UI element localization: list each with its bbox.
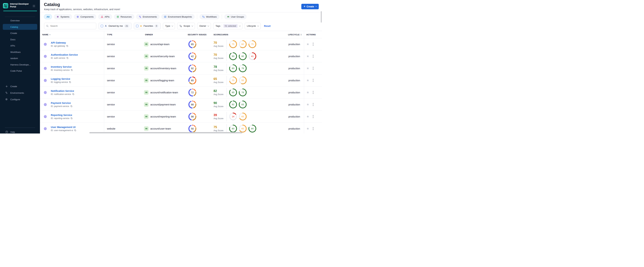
kebab-menu-icon[interactable] [312,102,314,106]
kebab-menu-icon[interactable] [312,66,314,70]
scorecard-ring: 55 [239,76,247,84]
owner-filter-dropdown[interactable]: Owner [197,23,211,29]
kebab-menu-icon[interactable] [312,126,314,130]
favorite-star-icon[interactable]: ★ [306,127,309,130]
name-cell: Inventory Service ID: inventory-service [40,62,104,74]
search-input[interactable] [44,23,96,29]
page-title: Catalog [44,2,60,7]
column-header-lifecycle[interactable]: LIFECYCLE ▲▼ [286,31,304,38]
entity-name-link[interactable]: Payment Service [51,102,72,104]
tab-systems[interactable]: Systems [54,14,72,19]
vertical-scrollbar[interactable] [321,11,322,22]
copy-icon[interactable] [72,93,74,95]
sidebar-item-configure[interactable]: Configure [0,96,40,103]
tab-resources[interactable]: Resources [114,14,134,19]
lifecycle-cell: production [286,110,304,122]
sidebar-item-code-pulse[interactable]: Code Pulse [3,68,37,74]
copy-icon[interactable] [70,69,73,71]
owner-name[interactable]: account/notification-team [150,91,178,94]
tab-components[interactable]: Components [74,14,96,19]
entity-name-link[interactable]: Authentication Service [51,54,78,56]
owner-name[interactable]: account/reporting-team [150,115,176,118]
owner-name[interactable]: account/inventory-team [150,67,176,70]
kebab-menu-icon[interactable] [312,114,314,118]
entity-name-link[interactable]: Notification Service [51,90,74,92]
entity-name-link[interactable]: Reporting Service [51,114,73,116]
copy-icon[interactable] [66,57,68,59]
tab-workflows[interactable]: Workflows [200,14,219,19]
kebab-menu-icon[interactable] [312,78,314,82]
sidebar-item-random[interactable]: random [3,56,37,61]
owner-name[interactable]: account/user-team [150,127,171,130]
sidebar-item-environments[interactable]: Environments [0,90,40,96]
sidebar-item-help[interactable]: Help [5,130,15,134]
chevron-down-icon [172,25,173,26]
entity-name-link[interactable]: API Gateway [51,41,68,44]
lifecycle-filter-dropdown[interactable]: Lifecycle [245,23,261,29]
copy-icon[interactable] [70,105,72,107]
lifecycle-cell: production [286,123,304,134]
copy-icon[interactable] [74,129,76,132]
lifecycle-cell: production [286,50,304,62]
favorite-star-icon[interactable]: ★ [306,79,309,82]
column-header-name[interactable]: NAME ▲ [40,31,104,38]
entity-kind-tabs: AllSystemsComponentsAPIsResourcesEnviron… [40,12,322,21]
sidebar-item-workflows[interactable]: Workflows [3,49,37,55]
favorite-star-icon[interactable]: ★ [306,115,309,118]
sidebar-item-apis[interactable]: APIs [3,43,37,49]
favorite-star-icon[interactable]: ★ [306,54,309,58]
avg-score: 78Avg Score [214,65,226,72]
security-cell: 65 [187,38,212,50]
entity-name-link[interactable]: Inventory Service [51,66,73,68]
type-cell: service [104,98,140,110]
app-switcher-icon[interactable] [32,5,35,8]
horizontal-scrollbar[interactable] [89,132,242,133]
scope-filter-dropdown[interactable]: Scope [177,23,195,29]
copy-icon[interactable] [69,81,71,83]
kebab-menu-icon[interactable] [312,54,314,58]
tab-apis[interactable]: APIs [98,14,112,19]
scorecard-ring: 41 [248,52,256,60]
tab-environment-blueprints[interactable]: Environment Blueprints [161,14,194,19]
sidebar-item-overview[interactable]: Overview [3,18,37,24]
favorite-star-icon[interactable]: ★ [306,91,309,94]
team-icon [144,78,148,83]
sidebar-item-catalog[interactable]: Catalog [3,24,37,30]
kebab-menu-icon[interactable] [312,90,314,94]
owner-name[interactable]: account/api-team [150,43,170,46]
owner-name[interactable]: account/logging-team [150,79,174,82]
tab-user-groups[interactable]: User Groups [224,14,247,19]
copy-icon[interactable] [70,117,73,119]
entity-id: ID: user-management-ui [51,129,76,132]
component-gear-icon [44,115,47,118]
kebab-menu-icon[interactable] [312,42,314,46]
entity-name-link[interactable]: User Management UI [51,126,76,128]
favorite-star-icon[interactable]: ★ [306,103,309,106]
copy-icon[interactable] [66,45,68,47]
type-filter-dropdown[interactable]: Type [163,23,175,29]
sidebar-item-docs[interactable]: Docs [3,36,37,42]
owned-by-me-checkbox[interactable] [101,25,103,27]
favorite-star-icon[interactable]: ★ [306,67,309,70]
favorite-star-icon[interactable]: ★ [306,42,309,46]
scorecard-ring: 80 [229,64,237,72]
create-button[interactable]: + Create [301,4,319,9]
scorecard-rings: 806580 [229,124,256,133]
tab-all[interactable]: All [44,14,52,19]
sidebar-item-create[interactable]: Create [3,30,37,36]
tags-filter-dropdown[interactable]: Tags 01 selected [213,23,242,29]
scorecards-cell: 70Avg Score 908041 [212,50,286,62]
scorecard-ring: 65 [239,112,247,120]
reset-filters-button[interactable]: Reset [264,25,270,28]
tab-environments[interactable]: Environments [136,14,160,19]
owner-name[interactable]: account/security-team [150,55,175,58]
lifecycle-cell: production [286,98,304,110]
sidebar-item-create[interactable]: Create [0,83,40,90]
actions-cell: ★ [304,50,322,62]
sidebar-item-harness-develope[interactable]: Harness Develope... [3,62,37,68]
favorites-checkbox[interactable] [136,25,138,27]
favorites-filter[interactable]: ★ Favorites 0 [134,23,161,29]
owner-name[interactable]: account/payment-team [150,103,176,106]
owned-by-me-filter[interactable]: Owned by me 21 [98,23,132,29]
entity-name-link[interactable]: Logging Service [51,78,71,80]
